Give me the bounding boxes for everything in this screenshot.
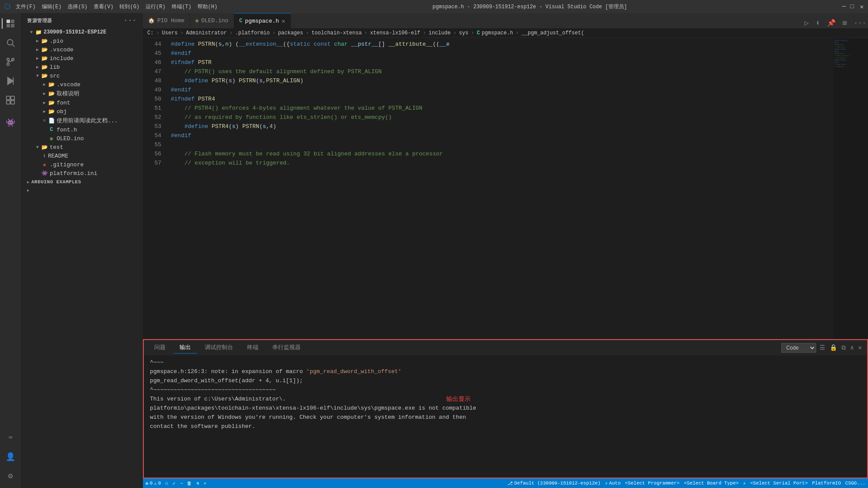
panel-copy-icon[interactable]: ⧉ xyxy=(841,343,847,352)
pgm-tab-close-icon[interactable]: ✕ xyxy=(281,17,285,25)
maximize-button[interactable]: □ xyxy=(850,3,854,10)
status-auto[interactable]: ⚡ Auto xyxy=(605,481,620,486)
bc-include[interactable]: include xyxy=(429,30,451,36)
outline-section-header[interactable]: ▶ ARDUINO EXAMPLES xyxy=(21,178,143,186)
tree-item-src[interactable]: ▼ 📂 src xyxy=(21,71,143,80)
menu-run[interactable]: 运行(R) xyxy=(146,3,166,10)
status-board[interactable]: <Select Board Type> xyxy=(684,481,739,486)
status-branch[interactable]: ⎇ Default (230909-151912-esp12e) xyxy=(507,481,600,486)
line-num-48: 48 xyxy=(143,76,161,85)
panel-close-icon[interactable]: ✕ xyxy=(858,343,863,352)
status-errors[interactable]: ⊗ 0 ⚠ 0 xyxy=(146,481,161,486)
tab-oled-ino[interactable]: ◉ OLED.ino xyxy=(190,13,234,28)
bc-users[interactable]: Users xyxy=(162,30,178,36)
panel-tabs: 问题 输出 调试控制台 终端 串行监视器 Code Build Upload ☰… xyxy=(144,340,867,355)
bc-drive[interactable]: C: xyxy=(147,30,153,36)
bc-packages[interactable]: packages xyxy=(278,30,303,36)
readme-label: README xyxy=(48,153,68,159)
tree-item-qumo[interactable]: ▶ 📂 取模说明 xyxy=(21,89,143,98)
error-count: 0 xyxy=(150,481,153,486)
tree-item-src-vscode[interactable]: ▶ 📂 .vscode xyxy=(21,80,143,89)
tree-item-platformio-ini[interactable]: 👾 platformio.ini xyxy=(21,169,143,178)
bc-xtensa-elf[interactable]: xtensa-lx106-elf xyxy=(370,30,420,36)
menu-goto[interactable]: 转到(G) xyxy=(119,3,139,10)
menu-view[interactable]: 查看(V) xyxy=(94,3,114,10)
activity-settings[interactable]: ⚙ xyxy=(2,467,19,485)
arduino-section-header[interactable]: ▶ xyxy=(21,186,143,195)
port-plug-icon: ⚡ xyxy=(743,481,746,486)
panel-tab-debug[interactable]: 调试控制台 xyxy=(199,342,239,353)
menu-file[interactable]: 文件(F) xyxy=(16,3,36,10)
menu-terminal[interactable]: 终端(T) xyxy=(172,3,192,10)
tree-item-vscode[interactable]: ▶ 📂 .vscode xyxy=(21,45,143,54)
tree-item-font[interactable]: ▶ 📂 font xyxy=(21,98,143,107)
status-serial-port[interactable]: <Select Serial Port> xyxy=(750,481,808,486)
tab-pgmspace-h[interactable]: C pgmspace.h ✕ xyxy=(234,13,291,28)
tree-item-oled-ino[interactable]: ◉ OLED.ino xyxy=(21,134,143,143)
activity-remote[interactable]: ⌨ xyxy=(2,429,19,446)
output-source-dropdown[interactable]: Code Build Upload xyxy=(781,343,816,353)
status-trash[interactable]: 🗑 xyxy=(187,481,192,486)
layout-button[interactable]: ⊞ xyxy=(841,18,849,28)
status-port-icon[interactable]: ⚡ xyxy=(743,481,746,486)
panel-chevron-up-icon[interactable]: ∧ xyxy=(849,343,854,352)
pio-folder-icon: 📂 xyxy=(41,37,48,44)
tree-item-pio[interactable]: ▶ 📂 .pio xyxy=(21,37,143,45)
line-num-53: 53 xyxy=(143,122,161,131)
more-actions-button[interactable]: ··· xyxy=(852,18,868,28)
panel-tab-output[interactable]: 输出 xyxy=(173,342,197,353)
tree-item-gitignore[interactable]: ◈ .gitignore xyxy=(21,160,143,169)
svg-marker-9 xyxy=(8,77,14,85)
bc-toolchain[interactable]: toolchain-xtensa xyxy=(312,30,362,36)
tree-item-font-h[interactable]: C font.h xyxy=(21,125,143,134)
split-editor-button[interactable]: ⬍ xyxy=(814,18,822,28)
panel-lock-icon[interactable]: 🔒 xyxy=(829,343,838,352)
bc-function[interactable]: __pgm_adjust_offset( xyxy=(522,30,584,36)
activity-search[interactable] xyxy=(2,34,19,51)
activity-account[interactable]: 👤 xyxy=(2,448,19,465)
bc-filename[interactable]: pgmspace.h xyxy=(481,30,513,36)
status-programmer[interactable]: <Select Programmer> xyxy=(625,481,679,486)
tab-pio-home[interactable]: 🏠 PIO Home xyxy=(143,13,190,28)
arrow-icon: → xyxy=(180,481,183,486)
run-debug-button[interactable]: ▷ xyxy=(803,18,810,28)
tree-item-obj[interactable]: ▶ 📂 obj xyxy=(21,107,143,116)
sidebar-more-button[interactable]: ··· xyxy=(124,17,137,24)
activity-source-control[interactable] xyxy=(2,53,19,71)
panel-tab-problems[interactable]: 问题 xyxy=(148,342,172,353)
minimize-button[interactable]: ─ xyxy=(842,3,846,10)
activity-run[interactable] xyxy=(2,72,19,90)
activity-platformio[interactable]: 👾 xyxy=(2,114,19,131)
bc-sep-10: › xyxy=(515,30,519,36)
tree-item-readme[interactable]: ℹ README xyxy=(21,151,143,160)
panel-tab-terminal[interactable]: 终端 xyxy=(241,342,264,353)
menu-select[interactable]: 选择(S) xyxy=(68,3,88,10)
minimap: #define PSTRN(s,n) #endif #ifndef PSTR /… xyxy=(833,38,868,339)
status-check[interactable]: ✓ xyxy=(173,481,176,486)
status-platformio[interactable]: PlatformIO xyxy=(812,481,841,486)
bc-administrator[interactable]: Administrator xyxy=(186,30,227,36)
menu-help[interactable]: 帮助(H) xyxy=(197,3,217,10)
tree-item-test[interactable]: ▼ 📂 test xyxy=(21,143,143,151)
panel-filter-icon[interactable]: ☰ xyxy=(819,343,826,352)
activity-explorer[interactable] xyxy=(2,15,19,32)
status-home[interactable]: ⌂ xyxy=(165,481,168,486)
tree-item-include[interactable]: ▶ 📂 include xyxy=(21,54,143,63)
menu-edit[interactable]: 编辑(E) xyxy=(42,3,62,10)
tree-root[interactable]: ▼ 📁 230909-151912-ESP12E xyxy=(21,28,143,37)
status-plug[interactable]: ⚡ xyxy=(203,481,207,486)
tree-item-lib[interactable]: ▶ 📂 lib xyxy=(21,63,143,71)
activity-extensions[interactable] xyxy=(2,91,19,109)
status-arrow[interactable]: → xyxy=(180,481,183,486)
window-title: pgmspace.h - 230909-151912-esp12e - Visu… xyxy=(433,3,627,10)
bc-sys[interactable]: sys xyxy=(459,30,468,36)
status-flask[interactable]: ⚗ xyxy=(196,481,199,486)
close-button[interactable]: ✕ xyxy=(860,3,864,10)
tree-item-usage-doc[interactable]: ≡ 📄 使用前请阅读此文档... xyxy=(21,116,143,125)
code-editor[interactable]: #define PSTRN(s,n) (__extension__({stati… xyxy=(165,38,833,339)
warning-icon: ⚠ xyxy=(154,481,157,486)
bc-platformio[interactable]: .platformio xyxy=(235,30,270,36)
pin-button[interactable]: 📌 xyxy=(825,18,837,28)
main-layout: 👾 ⌨ 👤 ⚙ 资源管理器 ··· ▼ 📁 230909-151912-ESP1 xyxy=(0,13,868,488)
panel-tab-serial[interactable]: 串行监视器 xyxy=(266,342,307,353)
